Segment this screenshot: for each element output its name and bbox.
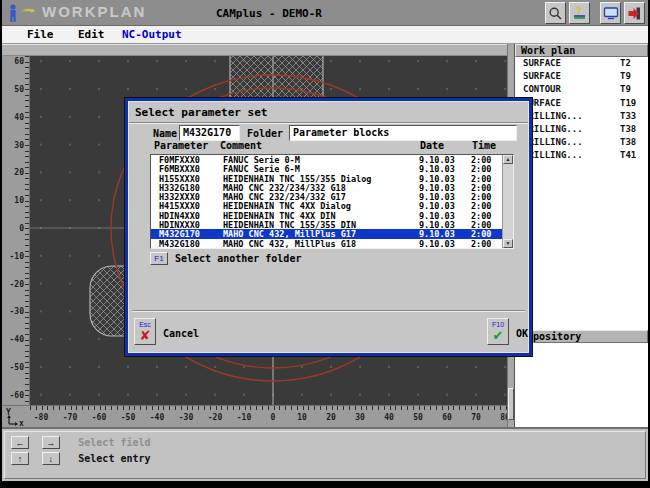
horizontal-ruler-ticks (30, 406, 507, 410)
parameter-row[interactable]: HDINXXX0HEIDENHAIN TNC 155/355 DIN9.10.0… (151, 220, 513, 229)
vertical-ruler-ticks (25, 56, 29, 405)
workplan-header: Work plan (515, 44, 648, 57)
parameter-row[interactable]: M432G170MAHO CNC 432, MillPlus G179.10.0… (151, 229, 513, 238)
ok-label: OK (516, 328, 528, 339)
y-ruler-label: -60 (10, 390, 24, 399)
cancel-x-icon: ✘ (135, 329, 155, 343)
menu-item-edit[interactable]: Edit (78, 28, 105, 41)
magnifier-icon (548, 6, 563, 21)
list-scrollbar[interactable]: ▲ ▼ (502, 155, 513, 248)
arrow-down-key[interactable]: ↓ (42, 452, 60, 465)
horizontal-ruler: -80-70-60-50-40-30-20-100102030405060708… (2, 405, 507, 427)
arrow-left-key[interactable]: ← (11, 436, 29, 449)
cell-c: MAHO CNC 432, MillPlus G18 (223, 239, 356, 249)
button-gap (593, 2, 597, 24)
workplan-row[interactable]: CONTOURT9 (515, 83, 648, 96)
parameter-row[interactable]: F0MFXXX0FANUC Serie 0-M9.10.032:00 (151, 155, 513, 164)
cancel-label: Cancel (163, 328, 199, 339)
folder-field[interactable]: Parameter blocks (289, 125, 517, 141)
y-ruler-label: -40 (10, 335, 24, 344)
x-ruler-label: -20 (208, 413, 222, 422)
vertical-ruler: 6050403020100-10-20-30-40-50-60 (2, 56, 30, 405)
x-ruler-label: -60 (92, 413, 106, 422)
tool-number: T9 (620, 71, 631, 81)
axis-x-label: x (19, 419, 24, 426)
ok-check-icon: ✔ (488, 329, 508, 343)
parameter-list: F0MFXXX0FANUC Serie 0-M9.10.032:00F6MBXX… (150, 154, 514, 249)
tool-number: T38 (620, 137, 636, 147)
tool-number: T33 (620, 111, 636, 121)
zoom-button[interactable] (545, 2, 566, 24)
select-parameter-dialog: Select parameter set Name M432G170 Folde… (125, 98, 532, 356)
x-ruler-label: 20 (326, 413, 336, 422)
field-hint-label: Select field (78, 436, 150, 450)
app-title: WORKPLAN (42, 3, 146, 20)
y-ruler-label: 60 (14, 57, 24, 66)
arrow-right-key[interactable]: → (42, 436, 60, 449)
name-field[interactable]: M432G170 (179, 125, 240, 141)
tool-number: T41 (620, 150, 636, 160)
parameter-row[interactable]: H415XXX0HEIDENHAIN TNC 4XX Dialog9.10.03… (151, 201, 513, 210)
workplan-row[interactable]: DRILLING...T38 (515, 136, 648, 149)
arrow-up-key[interactable]: ↑ (11, 452, 29, 465)
parameter-row[interactable]: H332XXX0MAHO CNC 232/234/332 G179.10.032… (151, 192, 513, 201)
scroll-down-button[interactable]: ▼ (503, 239, 513, 248)
x-ruler-label: 0 (271, 413, 276, 422)
menu-bar: File Edit NC-Output (2, 26, 648, 44)
f1-folder-button[interactable]: F1 (150, 252, 168, 265)
x-ruler-label: -10 (237, 413, 251, 422)
name-label: Name (153, 128, 177, 139)
parameter-row[interactable]: M432G180MAHO CNC 432, MillPlus G189.10.0… (151, 239, 513, 248)
parameter-row[interactable]: H332G180MAHO CNC 232/234/332 G189.10.032… (151, 183, 513, 192)
cell-d: 9.10.03 (419, 239, 455, 249)
title-bar: WORKPLAN CAMplus - DEMO-R ? (2, 0, 648, 26)
exit-icon (627, 6, 642, 21)
workplan-logo-icon (7, 3, 37, 23)
parameter-row[interactable]: H155XXX0HEIDENHAIN TNC 155/355 Dialog9.1… (151, 174, 513, 183)
dialog-title: Select parameter set (135, 106, 267, 119)
column-header-comment: Comment (220, 140, 262, 151)
y-ruler-label: 10 (14, 196, 24, 205)
operation-name: CONTOUR (523, 84, 561, 94)
parameter-row[interactable]: F6MBXXX0FANUC Serie 6-M9.10.032:00 (151, 164, 513, 173)
y-ruler-label: -10 (10, 251, 24, 260)
y-ruler-label: 50 (14, 85, 24, 94)
x-ruler-label: -50 (121, 413, 135, 422)
right-panel: Work plan SURFACET2SURFACET9CONTOURT9SUR… (514, 44, 648, 427)
workplan-row[interactable]: DRILLING...T41 (515, 149, 648, 162)
workplan-row[interactable]: SURFACET19 (515, 97, 648, 110)
workplan-row[interactable]: SURFACET9 (515, 70, 648, 83)
svg-text:?: ? (576, 6, 582, 17)
x-ruler-label: 70 (471, 413, 481, 422)
x-ruler-label: -80 (34, 413, 48, 422)
y-ruler-label: 20 (14, 168, 24, 177)
dialog-body: Select parameter set Name M432G170 Folde… (128, 101, 529, 353)
help-button[interactable]: ? (569, 2, 590, 24)
help-icon: ? (572, 5, 587, 21)
x-ruler-label: 50 (413, 413, 423, 422)
menu-item-nc-output[interactable]: NC-Output (122, 28, 182, 41)
scroll-up-button[interactable]: ▲ (503, 155, 513, 164)
x-ruler-label: -70 (63, 413, 77, 422)
tool-number: T38 (620, 124, 636, 134)
message-bar (2, 44, 507, 56)
workplan-row[interactable]: DRILLING...T38 (515, 123, 648, 136)
cancel-button[interactable]: Esc ✘ (134, 318, 156, 345)
workplan-row[interactable]: DRILLING...T33 (515, 110, 648, 123)
operation-name: SURFACE (523, 71, 561, 81)
workplan-row[interactable]: SURFACET2 (515, 57, 648, 70)
x-ruler-label: 60 (442, 413, 452, 422)
window-button[interactable] (600, 2, 621, 24)
tool-number: T9 (620, 84, 631, 94)
f10-key-label: F10 (492, 321, 504, 328)
exit-button[interactable] (624, 2, 645, 24)
f1-label: Select another folder (175, 253, 301, 264)
x-ruler-label: -30 (179, 413, 193, 422)
column-header-date: Date (420, 140, 444, 151)
parameter-row[interactable]: HDIN4XX0HEIDENHAIN TNC 4XX DIN9.10.032:0… (151, 211, 513, 220)
y-ruler-label: -30 (10, 307, 24, 316)
parameter-rows: F0MFXXX0FANUC Serie 0-M9.10.032:00F6MBXX… (151, 155, 513, 248)
menu-item-file[interactable]: File (27, 28, 54, 41)
folder-label: Folder (247, 128, 283, 139)
ok-button[interactable]: F10 ✔ (487, 318, 509, 345)
